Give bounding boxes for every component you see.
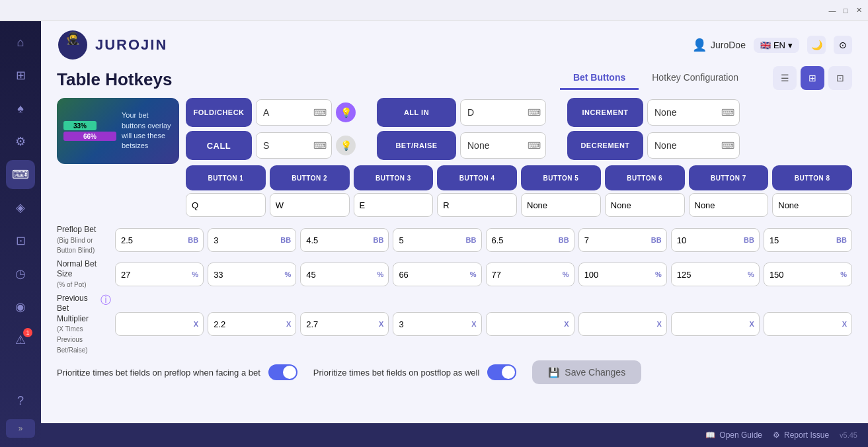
btn3-key-wrap [354, 193, 434, 217]
sidebar-item-cards[interactable]: ♠ [6, 94, 35, 123]
btn6-key-input[interactable] [605, 193, 685, 217]
all-in-key-wrap: ⌨ [460, 99, 546, 126]
fold-check-btn[interactable]: FOLD/CHECK [186, 98, 252, 127]
button2-btn[interactable]: BUTTON 2 [270, 165, 350, 190]
sidebar-item-settings[interactable]: ⚙ [6, 127, 35, 156]
fold-light-btn[interactable]: 💡 [336, 102, 356, 122]
preflop-toggle[interactable] [268, 364, 297, 380]
btn6-key-wrap [605, 193, 685, 217]
bet-raise-btn[interactable]: BET/RAISE [377, 131, 456, 160]
prev-bet-input-5[interactable] [578, 312, 667, 336]
sidebar-item-gamepad[interactable]: ⊡ [6, 226, 35, 255]
prev-bet-input-3[interactable] [393, 312, 481, 336]
normal-bet-input-6[interactable] [671, 263, 760, 286]
prev-bet-input-0[interactable] [115, 312, 204, 336]
save-changes-btn[interactable]: 💾 Save Changes [532, 360, 641, 384]
preflop-input-5[interactable] [578, 228, 667, 252]
extra-btn[interactable]: ⊙ [834, 36, 852, 54]
version-label: v5.45 [840, 431, 857, 439]
preflop-input-1[interactable] [208, 228, 296, 252]
sidebar-item-help[interactable]: ? [6, 386, 35, 415]
prev-bet-input-7[interactable] [764, 312, 852, 336]
sidebar: ⌂ ⊞ ♠ ⚙ ⌨ ◈ ⊡ ◷ ◉ ⚠ 1 ? » [0, 21, 41, 447]
normal-bet-input-7[interactable] [764, 263, 852, 286]
sidebar-item-alerts[interactable]: ⚠ 1 [6, 325, 35, 354]
postflop-toggle-row: Prioritize times bet fields on postflop … [313, 360, 516, 384]
btn2-key-input[interactable] [270, 193, 350, 217]
maximize-btn[interactable]: □ [842, 7, 849, 15]
preflop-input-3[interactable] [393, 228, 481, 252]
btn7-key-input[interactable] [689, 193, 769, 217]
sidebar-item-history[interactable]: ◷ [6, 259, 35, 288]
preflop-input-4[interactable] [486, 228, 574, 252]
preflop-toggle-row: Prioritize times bet fields on preflop w… [57, 360, 297, 384]
btn8-key-wrap [772, 193, 852, 217]
decrement-btn[interactable]: DECREMENT [567, 131, 643, 160]
prev-bet-input-6[interactable] [671, 312, 760, 336]
btn8-key-input[interactable] [772, 193, 852, 217]
fold-key-wrap: ⌨ [256, 99, 332, 126]
open-guide-btn[interactable]: 📖 Open Guide [705, 430, 762, 440]
prev-bet-input-2[interactable] [300, 312, 389, 336]
button3-btn[interactable]: BUTTON 3 [354, 165, 434, 190]
sidebar-item-home[interactable]: ⌂ [6, 28, 35, 57]
normal-bet-input-0[interactable] [115, 263, 204, 286]
preflop-input-6[interactable] [671, 228, 760, 252]
bar-33: 33% [63, 121, 97, 130]
btn2-key-wrap [270, 193, 350, 217]
keyboard-icon-allin: ⌨ [528, 107, 541, 118]
page-header: Table Hotkeys Bet Buttons Hotkey Configu… [41, 61, 868, 90]
postflop-toggle[interactable] [487, 364, 516, 380]
increment-btn[interactable]: INCREMENT [567, 98, 643, 127]
btn5-key-input[interactable] [521, 193, 601, 217]
sidebar-item-dashboard[interactable]: ⊞ [6, 61, 35, 90]
button8-btn[interactable]: BUTTON 8 [772, 165, 852, 190]
view-btn-grid[interactable]: ⊞ [801, 66, 824, 90]
normal-bet-input-3[interactable] [393, 263, 481, 286]
normal-bet-input-4[interactable] [486, 263, 574, 286]
normal-bet-input-1[interactable] [208, 263, 296, 286]
view-btn-list[interactable]: ☰ [773, 66, 797, 90]
report-issue-btn[interactable]: ⚙ Report Issue [773, 430, 829, 440]
preflop-input-0[interactable] [115, 228, 204, 252]
sidebar-item-layers[interactable]: ◈ [6, 193, 35, 222]
button7-btn[interactable]: BUTTON 7 [689, 165, 769, 190]
header: 🥷 JUROJIN 👤 JuroDoe 🇬🇧 EN ▾ 🌙 ⊙ [41, 21, 868, 61]
save-icon: 💾 [548, 367, 559, 378]
button1-btn[interactable]: BUTTON 1 [186, 165, 266, 190]
tab-hotkey-config[interactable]: Hotkey Configuration [639, 67, 752, 90]
btn5-key-wrap [521, 193, 601, 217]
call-btn[interactable]: CALL [186, 131, 252, 160]
btn4-key-input[interactable] [437, 193, 517, 217]
all-in-btn[interactable]: ALL IN [377, 98, 456, 127]
prev-bet-input-4[interactable] [486, 312, 574, 336]
alert-badge: 1 [23, 328, 32, 337]
logo-area: 🥷 JUROJIN [57, 29, 167, 61]
sidebar-item-hotkeys[interactable]: ⌨ [6, 160, 35, 189]
normal-bet-input-5[interactable] [578, 263, 667, 286]
view-btn-other[interactable]: ⊡ [828, 66, 852, 90]
call-light-btn[interactable]: 💡 [336, 136, 356, 155]
btn1-key-wrap [186, 193, 266, 217]
page-title: Table Hotkeys [57, 69, 172, 90]
user-name-display: 👤 JuroDoe [692, 38, 746, 52]
prev-bet-help-icon[interactable]: ⓘ [100, 294, 111, 307]
tab-bet-buttons[interactable]: Bet Buttons [560, 67, 639, 90]
language-selector[interactable]: 🇬🇧 EN ▾ [754, 38, 799, 53]
normal-bet-input-2[interactable] [300, 263, 389, 286]
keyboard-icon-call: ⌨ [313, 140, 327, 151]
preflop-input-7[interactable] [764, 228, 852, 252]
close-btn[interactable]: ✕ [855, 7, 863, 15]
sidebar-expand-btn[interactable]: » [6, 419, 35, 438]
btn1-key-input[interactable] [186, 193, 266, 217]
keyboard-icon-betraise: ⌨ [528, 140, 541, 151]
sidebar-item-profile[interactable]: ◉ [6, 292, 35, 321]
button5-btn[interactable]: BUTTON 5 [521, 165, 601, 190]
prev-bet-input-1[interactable] [208, 312, 296, 336]
minimize-btn[interactable]: — [828, 7, 836, 15]
preflop-input-2[interactable] [300, 228, 389, 252]
button6-btn[interactable]: BUTTON 6 [605, 165, 685, 190]
btn3-key-input[interactable] [354, 193, 434, 217]
button4-btn[interactable]: BUTTON 4 [437, 165, 517, 190]
theme-toggle-btn[interactable]: 🌙 [807, 36, 826, 54]
